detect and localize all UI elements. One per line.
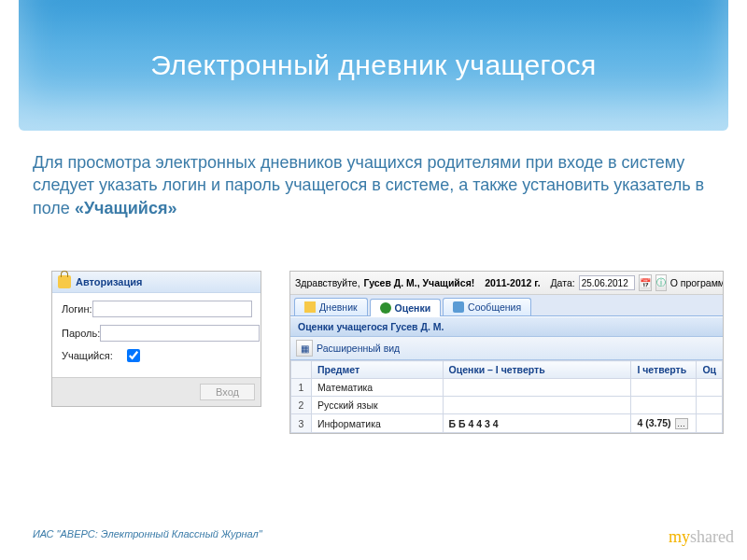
row-subject: Русский язык (312, 397, 444, 414)
auth-title: Авторизация (76, 276, 142, 287)
grades-toolbar: ▦ Расширенный вид (290, 337, 723, 360)
grades-icon (380, 302, 391, 314)
tab-messages[interactable]: Сообщения (443, 298, 531, 315)
password-row: Пароль: (62, 325, 251, 342)
tab-grades-label: Оценки (395, 302, 431, 314)
row-extra (697, 379, 723, 397)
slide: Электронный дневник учащегося Для просмо… (0, 0, 747, 560)
col-term: I четверть (631, 361, 697, 379)
col-num (291, 361, 312, 379)
calendar-button[interactable]: 📅 (639, 274, 652, 291)
panels: Авторизация Логин: Пароль: Учащийся: Вхо… (51, 271, 724, 434)
tab-diary[interactable]: Дневник (294, 298, 368, 315)
login-input[interactable] (92, 301, 252, 317)
table-header-row: Предмет Оценки – I четверть I четверть О… (291, 361, 723, 379)
table-row[interactable]: 2 Русский язык (291, 397, 723, 414)
greeting-user: Гусев Д. М., Учащийся! (364, 277, 475, 288)
row-term: 4 (3.75)… (631, 414, 697, 433)
col-term-marks: Оценки – I четверть (443, 361, 631, 379)
row-extra (697, 414, 723, 433)
brand-my: my (669, 527, 690, 546)
row-term (631, 397, 697, 414)
row-term (631, 379, 697, 397)
row-marks (443, 379, 631, 397)
body-text-highlight: «Учащийся» (75, 199, 177, 217)
brand-shared: shared (690, 527, 734, 546)
body-text: Для просмотра электронных дневников учащ… (33, 151, 714, 219)
auth-body: Логин: Пароль: Учащийся: (52, 293, 261, 377)
row-marks: Б Б 4 4 3 4 (443, 414, 631, 433)
tab-messages-label: Сообщения (468, 301, 521, 313)
tab-diary-label: Дневник (319, 301, 358, 313)
row-marks (443, 397, 631, 414)
more-button[interactable]: … (675, 418, 688, 429)
row-num: 2 (291, 397, 312, 414)
grades-table: Предмет Оценки – I четверть I четверть О… (290, 360, 723, 433)
date-input[interactable] (579, 275, 635, 290)
row-subject: Информатика (312, 414, 444, 433)
row-extra (697, 397, 723, 414)
row-num: 3 (291, 414, 312, 433)
expanded-view-label[interactable]: Расширенный вид (317, 343, 400, 354)
journal-panel: Здравствуйте, Гусев Д. М., Учащийся! 201… (289, 271, 724, 434)
footer-ref: ИАС "АВЕРС: Электронный Классный Журнал" (33, 528, 262, 539)
messages-icon (453, 301, 464, 313)
row-num: 1 (291, 379, 312, 397)
date-label: Дата: (551, 277, 575, 288)
tab-grades[interactable]: Оценки (370, 299, 442, 316)
row-subject: Математика (312, 379, 444, 397)
student-row: Учащийся: (62, 349, 251, 362)
about-link[interactable]: О программе (670, 277, 724, 288)
password-label: Пароль: (62, 328, 100, 339)
page-title: Электронный дневник учащегося (150, 49, 597, 81)
diary-icon (304, 301, 316, 313)
table-row[interactable]: 1 Математика (291, 379, 723, 397)
info-button[interactable]: ⓘ (655, 274, 667, 291)
tabs: Дневник Оценки Сообщения (290, 295, 723, 316)
title-banner: Электронный дневник учащегося (19, 0, 728, 131)
greeting-pre: Здравствуйте, (295, 277, 360, 288)
auth-panel: Авторизация Логин: Пароль: Учащийся: Вхо… (51, 271, 261, 407)
expanded-view-icon[interactable]: ▦ (296, 340, 313, 357)
lock-icon (58, 275, 71, 288)
brand-watermark: myshared (669, 527, 734, 547)
login-row: Логин: (62, 301, 251, 317)
grades-section-header: Оценки учащегося Гусев Д. М. (290, 316, 723, 337)
login-button[interactable]: Вход (200, 384, 255, 400)
login-label: Логин: (62, 303, 92, 315)
journal-topbar: Здравствуйте, Гусев Д. М., Учащийся! 201… (290, 272, 723, 295)
school-year: 2011-2012 г. (485, 277, 540, 288)
student-checkbox[interactable] (127, 349, 140, 362)
table-row[interactable]: 3 Информатика Б Б 4 4 3 4 4 (3.75)… (291, 414, 723, 433)
col-last: Оц (697, 361, 723, 379)
auth-actions: Вход (52, 377, 261, 406)
col-subject: Предмет (312, 361, 444, 379)
auth-header: Авторизация (52, 272, 261, 293)
password-input[interactable] (100, 325, 260, 342)
student-label: Учащийся: (62, 350, 127, 361)
